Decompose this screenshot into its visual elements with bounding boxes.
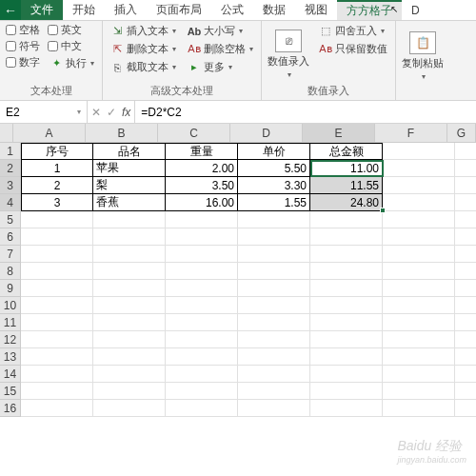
- cell-E7[interactable]: [310, 246, 383, 263]
- cell-G1[interactable]: [455, 143, 476, 160]
- cell-B6[interactable]: [93, 228, 166, 246]
- row-header-1[interactable]: 1: [0, 143, 21, 160]
- cell-F6[interactable]: [383, 228, 455, 246]
- cell-D3[interactable]: 3.30: [238, 177, 310, 194]
- cell-D15[interactable]: [238, 383, 310, 400]
- tab-view[interactable]: 视图: [295, 0, 337, 20]
- cell-G8[interactable]: [455, 263, 476, 280]
- cell-G6[interactable]: [455, 228, 476, 246]
- cell-B10[interactable]: [93, 297, 166, 314]
- cell-E16[interactable]: [310, 400, 383, 417]
- btn-copy-paste[interactable]: 📋 复制粘贴▾: [402, 23, 444, 85]
- btn-delete-text[interactable]: ⇱删除文本▾: [109, 41, 178, 57]
- cell-G14[interactable]: [455, 366, 476, 383]
- cell-D12[interactable]: [238, 331, 310, 348]
- cell-A10[interactable]: [21, 297, 93, 314]
- row-header-3[interactable]: 3: [0, 177, 21, 194]
- btn-case[interactable]: Ab大小写▾: [186, 23, 255, 39]
- tab-file[interactable]: 文件: [21, 0, 63, 20]
- col-header-C[interactable]: C: [158, 124, 230, 143]
- cell-E10[interactable]: [310, 297, 383, 314]
- cell-F2[interactable]: [383, 160, 455, 177]
- cell-E15[interactable]: [310, 383, 383, 400]
- tab-fanggezi[interactable]: 方方格子↖: [337, 0, 402, 20]
- cell-C6[interactable]: [166, 228, 238, 246]
- cell-A5[interactable]: [21, 211, 93, 228]
- cell-D2[interactable]: 5.50: [238, 160, 310, 177]
- cell-C2[interactable]: 2.00: [166, 160, 238, 177]
- tab-layout[interactable]: 页面布局: [147, 0, 211, 20]
- btn-extract-text[interactable]: ⎘截取文本▾: [109, 59, 178, 75]
- btn-insert-text[interactable]: ⇲插入文本▾: [109, 23, 178, 39]
- cell-C16[interactable]: [166, 400, 238, 417]
- select-all-corner[interactable]: [0, 124, 13, 143]
- cell-B16[interactable]: [93, 400, 166, 417]
- cell-A4[interactable]: 3: [21, 194, 93, 211]
- cell-F15[interactable]: [383, 383, 455, 400]
- btn-more[interactable]: ▸更多▾: [186, 59, 255, 75]
- cell-C13[interactable]: [166, 348, 238, 366]
- cell-G3[interactable]: [455, 177, 476, 194]
- cell-F13[interactable]: [383, 348, 455, 366]
- cell-G7[interactable]: [455, 246, 476, 263]
- chk-number[interactable]: 数字: [6, 55, 40, 69]
- cell-B7[interactable]: [93, 246, 166, 263]
- cell-D8[interactable]: [238, 263, 310, 280]
- col-header-E[interactable]: E: [303, 124, 375, 143]
- cell-B4[interactable]: 香蕉: [93, 194, 166, 211]
- cell-C8[interactable]: [166, 263, 238, 280]
- cell-F12[interactable]: [383, 331, 455, 348]
- cell-A15[interactable]: [21, 383, 93, 400]
- btn-execute[interactable]: ✦执行▾: [48, 55, 96, 71]
- cell-G13[interactable]: [455, 348, 476, 366]
- tab-data[interactable]: 数据: [253, 0, 295, 20]
- col-header-F[interactable]: F: [375, 124, 447, 143]
- cell-E12[interactable]: [310, 331, 383, 348]
- row-header-10[interactable]: 10: [0, 297, 21, 314]
- row-header-7[interactable]: 7: [0, 246, 21, 263]
- cell-C12[interactable]: [166, 331, 238, 348]
- cell-D16[interactable]: [238, 400, 310, 417]
- cell-B11[interactable]: [93, 314, 166, 331]
- cell-B12[interactable]: [93, 331, 166, 348]
- btn-round[interactable]: ⬚四舍五入▾: [317, 23, 389, 39]
- cell-E14[interactable]: [310, 366, 383, 383]
- cell-B3[interactable]: 梨: [93, 177, 166, 194]
- tab-insert[interactable]: 插入: [105, 0, 147, 20]
- cell-D4[interactable]: 1.55: [238, 194, 310, 211]
- cell-A8[interactable]: [21, 263, 93, 280]
- cell-G4[interactable]: [455, 194, 476, 211]
- cell-C9[interactable]: [166, 280, 238, 297]
- cell-D6[interactable]: [238, 228, 310, 246]
- cell-G10[interactable]: [455, 297, 476, 314]
- spreadsheet-grid[interactable]: ABCDEFG 12345678910111213141516 序号品名重量单价…: [0, 124, 476, 417]
- cell-A3[interactable]: 2: [21, 177, 93, 194]
- name-box[interactable]: E2▾: [0, 101, 88, 123]
- cell-D9[interactable]: [238, 280, 310, 297]
- cell-A16[interactable]: [21, 400, 93, 417]
- cell-A14[interactable]: [21, 366, 93, 383]
- cell-E13[interactable]: [310, 348, 383, 366]
- row-header-5[interactable]: 5: [0, 211, 21, 228]
- row-header-6[interactable]: 6: [0, 228, 21, 246]
- col-header-G[interactable]: G: [447, 124, 476, 143]
- cell-C10[interactable]: [166, 297, 238, 314]
- cell-D7[interactable]: [238, 246, 310, 263]
- row-header-2[interactable]: 2: [0, 160, 21, 177]
- cell-E3[interactable]: 11.55: [310, 177, 383, 194]
- confirm-icon[interactable]: ✓: [107, 106, 116, 119]
- cell-A2[interactable]: 1: [21, 160, 93, 177]
- cell-A13[interactable]: [21, 348, 93, 366]
- col-header-A[interactable]: A: [13, 124, 86, 143]
- cell-F5[interactable]: [383, 211, 455, 228]
- cell-D14[interactable]: [238, 366, 310, 383]
- cell-A11[interactable]: [21, 314, 93, 331]
- btn-keep-numeric[interactable]: Aʙ只保留数值: [317, 41, 389, 57]
- col-header-B[interactable]: B: [86, 124, 158, 143]
- row-header-16[interactable]: 16: [0, 400, 21, 417]
- cell-E8[interactable]: [310, 263, 383, 280]
- cell-A9[interactable]: [21, 280, 93, 297]
- cell-E2[interactable]: 11.00: [310, 160, 383, 177]
- cell-D5[interactable]: [238, 211, 310, 228]
- cell-G11[interactable]: [455, 314, 476, 331]
